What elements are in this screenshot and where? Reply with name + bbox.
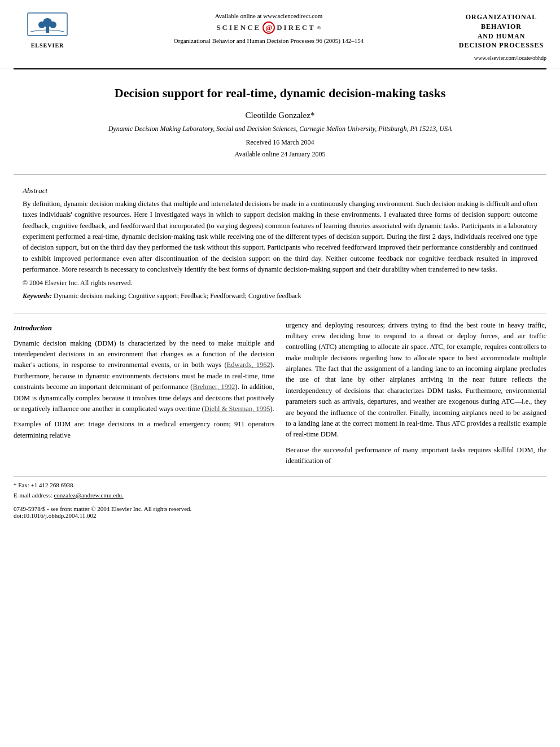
journal-name-header: Organizational Behavior and Human Decisi… [87, 37, 450, 44]
footnote-fax: * Fax: +1 412 268 6938. [14, 480, 546, 491]
svg-point-4 [50, 21, 56, 28]
abstract-heading: Abstract [23, 186, 537, 195]
at-icon: @ [262, 21, 275, 34]
intro-para-1: Dynamic decision making (DDM) is charact… [14, 338, 274, 415]
copyright: © 2004 Elsevier Inc. All rights reserved… [23, 279, 537, 287]
affiliation: Dynamic Decision Making Laboratory, Soci… [34, 125, 526, 133]
doi-line: doi:10.1016/j.obhdp.2004.11.002 [14, 512, 546, 519]
direct-label: DIRECT [277, 23, 316, 32]
left-column: Introduction Dynamic decision making (DD… [14, 320, 274, 471]
elsevier-logo-area: ELSEVIER [14, 10, 81, 49]
header: ELSEVIER Available online at www.science… [0, 0, 560, 68]
abstract-text: By definition, dynamic decision making d… [23, 199, 537, 276]
right-column: urgency and deploying resources; drivers… [286, 320, 546, 471]
svg-point-3 [38, 21, 45, 28]
title-section: Decision support for real-time, dynamic … [0, 69, 560, 169]
abstract-section: Abstract By definition, dynamic decision… [0, 181, 560, 306]
footnote-area: * Fax: +1 412 268 6938. E-mail address: … [14, 477, 546, 500]
journal-brand-area: ORGANIZATIONAL BEHAVIOR AND HUMAN DECISI… [456, 10, 546, 62]
footer-doi: 0749-5978/$ - see front matter © 2004 El… [0, 505, 560, 525]
issn-line: 0749-5978/$ - see front matter © 2004 El… [14, 505, 546, 512]
intro-para-2: Examples of DDM are: triage decisions in… [14, 419, 274, 441]
body-columns: Introduction Dynamic decision making (DD… [0, 320, 560, 471]
keywords: Keywords: Dynamic decision making; Cogni… [23, 292, 537, 300]
right-para-1: urgency and deploying resources; drivers… [286, 320, 546, 440]
email-label: E-mail address: [14, 492, 53, 499]
website-link[interactable]: www.elsevier.com/locate/obhdp [456, 54, 546, 62]
elsevier-logo-icon [25, 10, 70, 41]
header-center: Available online at www.sciencedirect.co… [87, 10, 450, 44]
email-address[interactable]: conzalez@andrew.cmu.edu. [54, 492, 123, 499]
page: ELSEVIER Available online at www.science… [0, 0, 560, 747]
ref-edwards[interactable]: Edwards, 1962 [227, 361, 270, 369]
elsevier-label: ELSEVIER [31, 42, 64, 49]
keywords-values: Dynamic decision making; Cognitive suppo… [54, 292, 301, 300]
article-title: Decision support for real-time, dynamic … [34, 85, 526, 102]
keywords-label: Keywords: [23, 292, 52, 300]
available-online-text: Available online at www.sciencedirect.co… [87, 12, 450, 19]
ref-diehl[interactable]: Diehl & Sterman, 1995 [204, 405, 270, 413]
right-para-2: Because the successful performance of ma… [286, 445, 546, 467]
ref-brehmer[interactable]: Brehmer, 1992 [193, 383, 235, 391]
received-date: Received 16 March 2004 Available online … [34, 137, 526, 161]
title-rule [14, 174, 546, 175]
footnote-email: E-mail address: conzalez@andrew.cmu.edu. [14, 491, 546, 501]
journal-brand: ORGANIZATIONAL BEHAVIOR AND HUMAN DECISI… [456, 12, 546, 50]
author-name: Cleotilde Gonzalez* [34, 111, 526, 120]
registered-symbol: ® [317, 25, 321, 30]
introduction-heading: Introduction [14, 322, 274, 334]
science-label: SCIENCE [216, 23, 261, 32]
abstract-rule [14, 313, 546, 313]
